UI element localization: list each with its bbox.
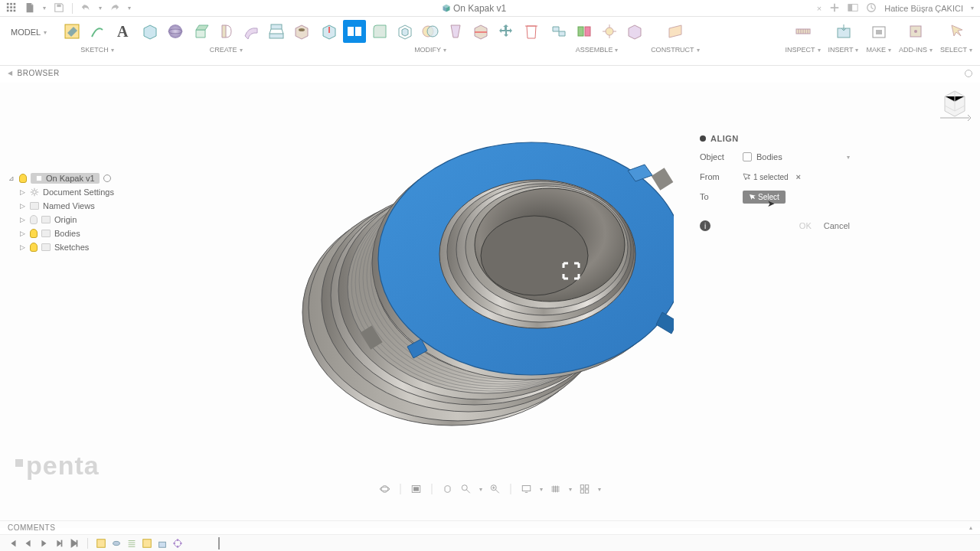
motion-icon[interactable] <box>598 20 621 43</box>
split-icon[interactable] <box>469 20 492 43</box>
combine-icon[interactable] <box>419 20 442 43</box>
browser-node-named-views[interactable]: ▷ Named Views <box>8 199 176 213</box>
timeline-next-icon[interactable] <box>54 538 64 549</box>
insert-icon[interactable] <box>832 20 855 43</box>
line-icon[interactable] <box>86 20 109 43</box>
shell-icon[interactable] <box>394 20 416 43</box>
cancel-button[interactable]: Cancel <box>824 221 850 230</box>
workspace-switcher[interactable]: MODEL ▾ <box>8 20 50 44</box>
new-sketch-icon[interactable] <box>60 20 83 43</box>
apps-grid-icon[interactable] <box>6 2 17 15</box>
svg-rect-6 <box>7 9 9 11</box>
svg-point-31 <box>914 30 917 33</box>
draft-icon[interactable] <box>444 20 467 43</box>
fit-icon[interactable] <box>490 484 501 494</box>
user-name[interactable]: Hatice Büşra ÇAKICI <box>884 4 963 13</box>
bulb-icon[interactable] <box>30 215 38 224</box>
model-3d[interactable] <box>276 106 674 488</box>
orbit-icon[interactable] <box>380 484 390 494</box>
measure-icon[interactable] <box>792 20 815 43</box>
object-type[interactable]: Bodies <box>756 152 782 161</box>
viewport[interactable]: ⊿ On Kapak v1 ▷ Document Settings ▷ Name… <box>0 83 980 528</box>
timeline-play-icon[interactable] <box>38 538 49 549</box>
group-label: SKETCH <box>80 46 109 54</box>
browser-settings-icon[interactable] <box>965 70 972 77</box>
browser-node-bodies[interactable]: ▷ Bodies <box>8 227 176 240</box>
joint-icon[interactable] <box>547 20 570 43</box>
look-at-icon[interactable] <box>411 484 422 494</box>
timeline-start-icon[interactable] <box>8 538 18 549</box>
viewport-icon[interactable] <box>580 484 590 494</box>
revolve-icon[interactable] <box>214 20 237 43</box>
svg-point-72 <box>180 542 182 544</box>
box-icon[interactable] <box>139 20 162 43</box>
plane-icon[interactable] <box>664 20 687 43</box>
zoom-icon[interactable] <box>461 484 472 494</box>
visibility-icon[interactable] <box>103 174 111 182</box>
extrude-icon[interactable] <box>189 20 212 43</box>
press-pull-icon[interactable] <box>318 20 341 43</box>
checkbox[interactable] <box>743 152 752 161</box>
svg-rect-2 <box>14 2 16 5</box>
chevron-down-icon[interactable]: ▾ <box>847 154 850 161</box>
close-tab-icon[interactable]: × <box>817 4 822 13</box>
info-icon[interactable]: i <box>700 220 710 231</box>
to-select-button[interactable]: Select ➤ <box>743 191 786 204</box>
timeline-prev-icon[interactable] <box>23 538 34 549</box>
fillet-icon[interactable] <box>368 20 391 43</box>
save-icon[interactable] <box>54 2 64 15</box>
clear-selection-icon[interactable]: × <box>796 172 801 181</box>
ok-button[interactable]: OK <box>799 221 812 230</box>
sweep-icon[interactable] <box>240 20 263 43</box>
comments-bar[interactable]: COMMENTS ▴ <box>0 520 980 534</box>
job-status-icon[interactable] <box>866 2 877 15</box>
timeline-end-icon[interactable] <box>69 538 80 549</box>
data-panel-icon[interactable] <box>848 2 858 15</box>
bulb-icon[interactable] <box>19 174 27 183</box>
svg-rect-3 <box>7 6 9 8</box>
drive-joint-icon[interactable] <box>623 20 646 43</box>
ribbon-group-create: CREATE▾ <box>139 20 313 54</box>
sphere-icon[interactable] <box>164 20 187 43</box>
file-menu-icon[interactable] <box>24 2 35 15</box>
dialog-title-row[interactable]: ALIGN <box>700 130 850 147</box>
chevron-up-icon[interactable]: ▴ <box>969 524 973 531</box>
make-icon[interactable] <box>867 20 890 43</box>
feature-thread-icon[interactable] <box>126 538 137 549</box>
collapse-icon[interactable] <box>700 135 706 142</box>
undo-icon[interactable] <box>80 2 91 15</box>
view-cube[interactable] <box>937 87 972 122</box>
browser-node-sketches[interactable]: ▷ Sketches <box>8 240 176 254</box>
browser-node-doc-settings[interactable]: ▷ Document Settings <box>8 185 176 199</box>
redo-icon[interactable] <box>109 2 120 15</box>
move-icon[interactable] <box>495 20 518 43</box>
grid-icon[interactable] <box>550 484 561 494</box>
align-icon[interactable] <box>343 20 366 43</box>
bulb-icon[interactable] <box>30 243 38 252</box>
contact-icon[interactable] <box>573 20 596 43</box>
chevron-left-icon[interactable]: ◀ <box>8 70 13 77</box>
browser-node-origin[interactable]: ▷ Origin <box>8 213 176 227</box>
feature-pattern-icon[interactable] <box>172 538 183 549</box>
new-tab-icon[interactable] <box>829 2 840 15</box>
addins-icon[interactable] <box>904 20 927 43</box>
svg-point-73 <box>177 546 179 548</box>
timeline-handle[interactable] <box>218 537 220 549</box>
feature-sketch-icon[interactable] <box>96 538 106 549</box>
ribbon-group-sketch: A SKETCH▾ <box>60 20 134 54</box>
text-icon[interactable]: A <box>111 20 134 43</box>
loft-icon[interactable] <box>265 20 288 43</box>
feature-revolve-icon[interactable] <box>111 538 122 549</box>
group-label: CONSTRUCT <box>651 46 694 54</box>
feature-sketch-icon[interactable] <box>142 538 152 549</box>
node-label: Bodies <box>54 229 80 238</box>
hole-icon[interactable] <box>290 20 313 43</box>
feature-extrude-icon[interactable] <box>157 538 168 549</box>
browser-root[interactable]: ⊿ On Kapak v1 <box>8 171 176 185</box>
display-icon[interactable] <box>521 484 532 494</box>
pan-icon[interactable] <box>443 484 453 494</box>
delete-icon[interactable] <box>520 20 543 43</box>
selection-pill[interactable]: 1 selected <box>743 173 789 181</box>
bulb-icon[interactable] <box>30 229 38 238</box>
select-icon[interactable] <box>945 20 968 43</box>
